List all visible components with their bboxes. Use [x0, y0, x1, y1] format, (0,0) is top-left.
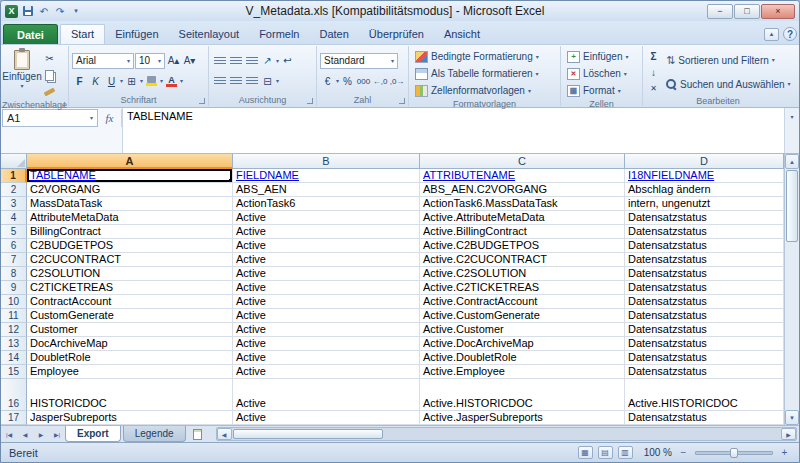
format-painter-button[interactable] [42, 84, 57, 100]
fill-color-button[interactable] [144, 73, 159, 89]
row-header-16[interactable]: 16 [1, 397, 27, 411]
tab-daten[interactable]: Daten [309, 24, 358, 44]
cell-C17[interactable]: Active.JasperSubreports [420, 411, 625, 425]
insert-worksheet-button[interactable] [188, 426, 208, 442]
sheet-tab-export[interactable]: Export [65, 426, 121, 442]
cell-A12[interactable]: Customer [27, 323, 233, 337]
percent-format-button[interactable]: % [340, 73, 355, 89]
row-header-6[interactable]: 6 [1, 239, 27, 253]
cell-B9[interactable]: Active [233, 281, 420, 295]
normal-view-button[interactable]: ▦ [578, 446, 593, 459]
cell-D15[interactable]: Datensatzstatus [625, 365, 784, 379]
scrollbar-track[interactable] [232, 428, 781, 440]
scrollbar-thumb[interactable] [233, 429, 383, 439]
cell-C8[interactable]: Active.C2SOLUTION [420, 267, 625, 281]
cell-B16[interactable]: Active [233, 397, 420, 411]
cell-D12[interactable]: Datensatzstatus [625, 323, 784, 337]
first-sheet-button[interactable]: |◀ [1, 426, 17, 442]
currency-format-button[interactable]: € [320, 73, 335, 89]
cell-A5[interactable]: BillingContract [27, 225, 233, 239]
close-button[interactable]: × [761, 4, 795, 19]
help-button[interactable]: ? [783, 27, 797, 41]
zoom-in-button[interactable]: + [778, 447, 791, 458]
cell-A16[interactable]: HISTORICDOC [27, 397, 233, 411]
redo-button[interactable]: ↷ [53, 4, 67, 18]
font-size-select[interactable]: 10▾ [135, 53, 165, 69]
cell-A7[interactable]: C2CUCONTRACT [27, 253, 233, 267]
cell-D16[interactable]: Active.HISTORICDOC [625, 397, 784, 411]
cell-styles-button[interactable]: Zellenformatvorlagen ▾ [412, 82, 557, 99]
row-header-14[interactable]: 14 [1, 351, 27, 365]
find-select-button[interactable]: Suchen und Auswählen ▾ [663, 76, 794, 93]
cell-B7[interactable]: Active [233, 253, 420, 267]
file-tab[interactable]: Datei [3, 24, 58, 44]
zoom-level[interactable]: 100 % [644, 447, 672, 458]
cell-D2[interactable]: Abschlag ändern [625, 183, 784, 197]
cell-A8[interactable]: C2SOLUTION [27, 267, 233, 281]
row-header-8[interactable]: 8 [1, 267, 27, 281]
cell-A15[interactable]: Employee [27, 365, 233, 379]
cell-A11[interactable]: CustomGenerate [27, 309, 233, 323]
font-color-button[interactable]: A [164, 73, 179, 89]
scroll-right-button[interactable]: ▶ [781, 428, 796, 440]
tab-überprüfen[interactable]: Überprüfen [359, 24, 434, 44]
cell-B11[interactable]: Active [233, 309, 420, 323]
cell-C2[interactable]: ABS_AEN.C2VORGANG [420, 183, 625, 197]
align-left-button[interactable] [212, 73, 227, 89]
cell-B17[interactable]: Active [233, 411, 420, 425]
column-header-d[interactable]: D [625, 154, 784, 169]
bold-button[interactable]: F [72, 73, 87, 89]
cell-D3[interactable]: intern, ungenutzt [625, 197, 784, 211]
tab-formeln[interactable]: Formeln [249, 24, 309, 44]
row-header-9[interactable]: 9 [1, 281, 27, 295]
tab-start[interactable]: Start [60, 24, 105, 45]
paste-button[interactable]: Einfügen ▾ [4, 48, 40, 100]
align-right-button[interactable] [244, 73, 259, 89]
cell-A3[interactable]: MassDataTask [27, 197, 233, 211]
sort-filter-button[interactable]: ⇅ Sortieren und Filtern ▾ [663, 52, 794, 69]
scroll-down-button[interactable]: ▼ [785, 410, 799, 425]
cell-A2[interactable]: C2VORGANG [27, 183, 233, 197]
cell-A1[interactable]: TABLENAME [27, 169, 233, 183]
cell-C3[interactable]: ActionTask6.MassDataTask [420, 197, 625, 211]
number-format-select[interactable]: Standard▾ [320, 53, 398, 69]
row-header-11[interactable]: 11 [1, 309, 27, 323]
tab-ansicht[interactable]: Ansicht [434, 24, 490, 44]
tab-seitenlayout[interactable]: Seitenlayout [169, 24, 250, 44]
tab-einfügen[interactable]: Einfügen [105, 24, 168, 44]
zoom-slider-track[interactable] [695, 451, 773, 455]
zoom-out-button[interactable]: − [677, 447, 690, 458]
align-center-button[interactable] [228, 73, 243, 89]
title-bar[interactable]: X ↶ ↷ ▾ V_Metadata.xls [Kompatibilitätsm… [1, 1, 799, 21]
page-break-view-button[interactable]: ▥ [618, 446, 633, 459]
dialog-launcher-icon[interactable] [307, 98, 313, 104]
minimize-ribbon-button[interactable]: ▴ [764, 28, 779, 41]
copy-button[interactable] [42, 67, 57, 83]
page-layout-view-button[interactable]: ▤ [598, 446, 613, 459]
scrollbar-thumb[interactable] [786, 170, 798, 242]
cell-D10[interactable]: Datensatzstatus [625, 295, 784, 309]
row-header-17[interactable]: 17 [1, 411, 27, 425]
column-header-b[interactable]: B [233, 154, 420, 169]
column-header-c[interactable]: C [420, 154, 625, 169]
align-middle-button[interactable] [228, 53, 243, 69]
cell-D17[interactable]: Datensatzstatus [625, 411, 784, 425]
row-header-3[interactable]: 3 [1, 197, 27, 211]
cell-D4[interactable]: Datensatzstatus [625, 211, 784, 225]
row-header-4[interactable]: 4 [1, 211, 27, 225]
qat-customize-dropdown[interactable]: ▾ [69, 4, 83, 18]
cell-C6[interactable]: Active.C2BUDGETPOS [420, 239, 625, 253]
cell-B13[interactable]: Active [233, 337, 420, 351]
save-button[interactable] [21, 4, 35, 18]
cell-B8[interactable]: Active [233, 267, 420, 281]
cell-A6[interactable]: C2BUDGETPOS [27, 239, 233, 253]
wrap-text-button[interactable]: ↩ [280, 53, 295, 69]
sheet-tab-legende[interactable]: Legende [123, 426, 186, 442]
format-as-table-button[interactable]: Als Tabelle formatieren ▾ [412, 65, 557, 82]
clear-button[interactable]: ✕ [646, 80, 661, 96]
cell-B4[interactable]: Active [233, 211, 420, 225]
cell-C15[interactable]: Active.Employee [420, 365, 625, 379]
formula-input[interactable]: TABLENAME [122, 108, 784, 153]
insert-cells-button[interactable]: + Einfügen ▾ [564, 48, 639, 65]
row-header-2[interactable]: 2 [1, 183, 27, 197]
